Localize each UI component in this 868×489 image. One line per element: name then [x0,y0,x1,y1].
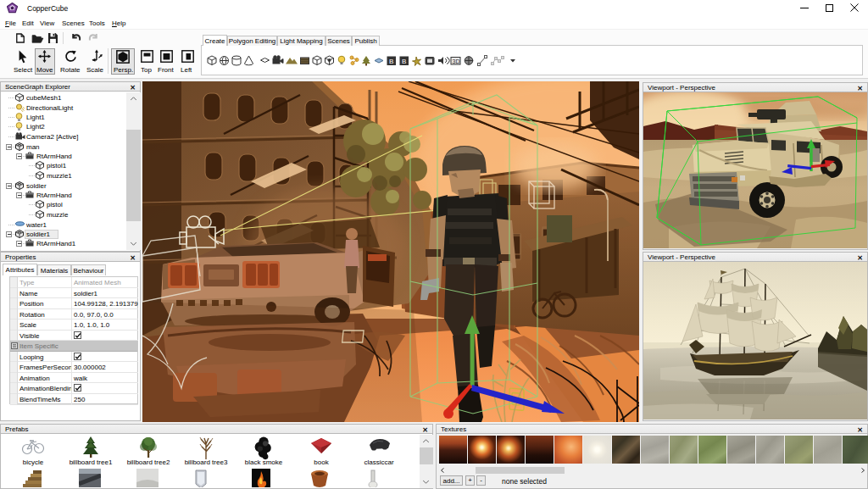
svg-text:B: B [402,58,406,65]
svg-text:3D: 3D [453,58,460,64]
svg-text:B: B [389,58,393,65]
